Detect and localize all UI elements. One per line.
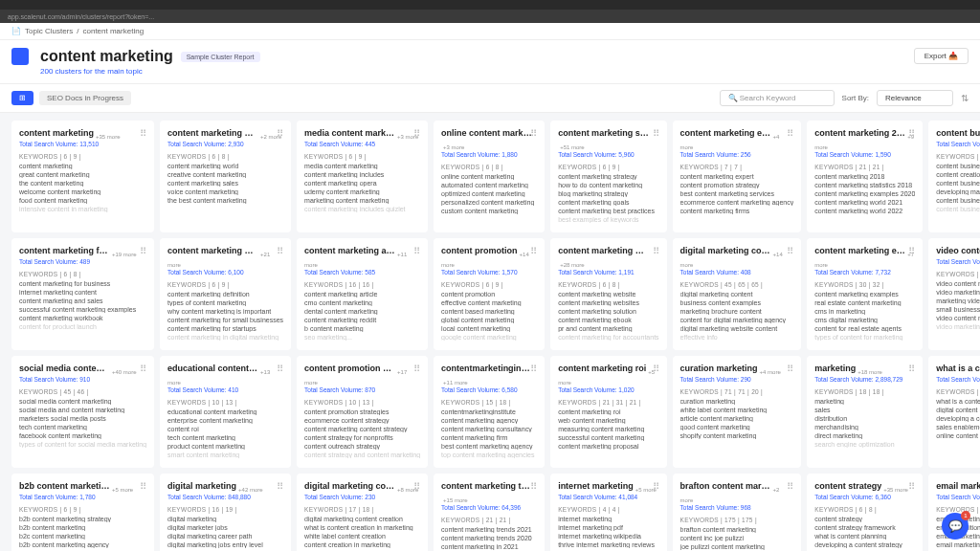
- card-menu-icon[interactable]: ⠿: [413, 128, 420, 139]
- card-menu-icon[interactable]: ⠿: [140, 128, 146, 139]
- cluster-card[interactable]: ⠿ educational content mar...+13 more Tot…: [160, 356, 291, 468]
- cluster-card[interactable]: ⠿ content marketing roi+5 more Total Sea…: [550, 356, 666, 468]
- search-input[interactable]: 🔍 Search Keyword: [720, 90, 835, 106]
- card-menu-icon[interactable]: ⠿: [908, 481, 915, 492]
- cluster-card[interactable]: ⠿ digital marketing+42 more Total Search…: [160, 474, 291, 551]
- cluster-card[interactable]: ⠿ content marketing expert+4 more Total …: [673, 121, 802, 232]
- cluster-card[interactable]: ⠿ content marketing defini...+21 more To…: [160, 238, 291, 350]
- card-menu-icon[interactable]: ⠿: [653, 364, 659, 374]
- card-menu-icon[interactable]: ⠿: [787, 246, 793, 256]
- cluster-card[interactable]: ⠿ contentmarketinginstitute+11 more Tota…: [434, 356, 545, 468]
- card-keywords-label: KEYWORDS | 16 | 19 |: [167, 506, 283, 513]
- card-menu-icon[interactable]: ⠿: [140, 481, 146, 492]
- card-menu-icon[interactable]: ⠿: [140, 364, 146, 374]
- card-title: what is a content market...: [936, 364, 980, 373]
- card-volume: Total Search Volume: 968: [680, 504, 794, 511]
- keyword-item: sales: [814, 407, 915, 413]
- keyword-item: content marketing roi: [558, 408, 658, 415]
- cluster-card[interactable]: ⠿ content strategy+35 more Total Search …: [807, 474, 923, 551]
- card-menu-icon[interactable]: ⠿: [653, 481, 659, 492]
- card-menu-icon[interactable]: ⠿: [530, 246, 537, 256]
- card-volume: Total Search Volume: 176,310: [936, 494, 980, 500]
- keyword-item-faded: search engine optimization: [814, 441, 915, 448]
- card-menu-icon[interactable]: ⠿: [277, 128, 283, 139]
- cluster-card[interactable]: ⠿ content marketing for bu...+19 more To…: [11, 238, 154, 350]
- card-title: media content marketing: [304, 128, 395, 138]
- cluster-card[interactable]: ⠿ what is a content market...+15 more To…: [928, 356, 980, 468]
- cluster-card[interactable]: ⠿ marketing+18 more Total Search Volume:…: [807, 356, 923, 468]
- card-menu-icon[interactable]: ⠿: [653, 246, 659, 256]
- keyword-item: internet marketing content: [19, 289, 146, 296]
- list-view-button[interactable]: SEO Docs in Progress: [39, 91, 131, 105]
- card-count: +40 more: [112, 369, 137, 375]
- sort-select[interactable]: Relevance: [877, 90, 953, 106]
- card-menu-icon[interactable]: ⠿: [530, 128, 537, 139]
- card-title: internet marketing: [558, 481, 634, 491]
- card-keywords-label: KEYWORDS | 6 | 9 |: [167, 281, 283, 288]
- card-menu-icon[interactable]: ⠿: [787, 364, 793, 374]
- cluster-card[interactable]: ⠿ content marketing exam...+7 more Total…: [807, 238, 923, 350]
- card-title: b2b content marketing s...: [19, 481, 110, 491]
- chat-widget[interactable]: 💬1: [942, 513, 969, 540]
- cluster-card[interactable]: ⠿ content business+2 more Total Search V…: [928, 121, 980, 232]
- cluster-card[interactable]: ⠿ social media content ma...+40 more Tot…: [11, 356, 154, 468]
- card-menu-icon[interactable]: ⠿: [277, 481, 283, 492]
- keyword-item: content business: [936, 163, 980, 169]
- cluster-card[interactable]: ⠿ content marketing strate...+51 more To…: [550, 121, 666, 232]
- keyword-item: udemy content marketing: [304, 188, 420, 195]
- breadcrumb-section[interactable]: Topic Clusters: [25, 27, 73, 35]
- keyword-item: content for real estate agents: [814, 325, 915, 332]
- card-menu-icon[interactable]: ⠿: [787, 128, 793, 139]
- cluster-card[interactable]: ⠿ internet marketing+5 more Total Search…: [550, 474, 666, 551]
- card-keywords-label: KEYWORDS | 6 | 9 |: [558, 164, 658, 170]
- keyword-item: what is content creation in marketing: [304, 524, 420, 531]
- keyword-item: digital marketing content: [680, 291, 794, 298]
- cluster-card[interactable]: ⠿ content marketing websi...+28 more Tot…: [550, 238, 666, 350]
- card-volume: Total Search Volume: 290: [680, 376, 794, 383]
- keyword-item-faded: content marketing in digital marketing: [167, 334, 283, 341]
- cluster-card[interactable]: ⠿ content marketing 2018+9 more Total Se…: [807, 121, 923, 232]
- card-menu-icon[interactable]: ⠿: [530, 364, 537, 374]
- cluster-card[interactable]: ⠿ content promotion strat...+17 more Tot…: [297, 356, 428, 468]
- page-title: content marketing: [40, 48, 173, 65]
- cluster-card[interactable]: ⠿ digital marketing conten...+8 more Tot…: [297, 474, 428, 551]
- cluster-card[interactable]: ⠿ content marketing article+11 more Tota…: [297, 238, 428, 350]
- cluster-card[interactable]: ⠿ online content marketing+3 more Total …: [434, 121, 545, 232]
- card-menu-icon[interactable]: ⠿: [277, 246, 283, 256]
- cluster-card[interactable]: ⠿ brafton content marketing+2 more Total…: [673, 474, 802, 551]
- cluster-card[interactable]: ⠿ digital marketing content+14 more Tota…: [673, 238, 802, 350]
- card-title: curation marketing: [680, 364, 758, 373]
- card-menu-icon[interactable]: ⠿: [413, 364, 420, 374]
- card-menu-icon[interactable]: ⠿: [140, 246, 146, 256]
- card-menu-icon[interactable]: ⠿: [653, 128, 659, 139]
- card-menu-icon[interactable]: ⠿: [908, 246, 915, 256]
- cluster-card[interactable]: ⠿ media content marketing+3 more Total S…: [297, 121, 428, 232]
- card-menu-icon[interactable]: ⠿: [787, 481, 793, 492]
- cluster-card[interactable]: ⠿ video content marketing+17 more Total …: [928, 238, 980, 350]
- card-volume: Total Search Volume: 445: [304, 141, 420, 147]
- export-button[interactable]: Export 📥: [914, 48, 969, 64]
- keyword-item: content marketing for startups: [167, 325, 283, 332]
- card-menu-icon[interactable]: ⠿: [413, 246, 420, 256]
- keyword-item: content marketing website: [558, 291, 658, 298]
- card-title: email marketing: [936, 481, 980, 491]
- cluster-card[interactable]: ⠿ content marketing trend...+15 more Tot…: [434, 474, 545, 551]
- cluster-card[interactable]: ⠿ content promotion+14 more Total Search…: [434, 238, 545, 350]
- sort-arrows[interactable]: ⇅: [961, 93, 969, 103]
- cluster-card[interactable]: ⠿ b2b content marketing s...+5 more Tota…: [11, 474, 154, 551]
- cluster-card[interactable]: ⠿ curation marketing+4 more Total Search…: [673, 356, 802, 468]
- card-menu-icon[interactable]: ⠿: [413, 481, 420, 492]
- grid-view-button[interactable]: ⊞: [11, 91, 33, 105]
- cluster-card[interactable]: ⠿ content marketing+35 more Total Search…: [11, 121, 154, 232]
- keyword-item: blog marketing strategy: [558, 190, 658, 197]
- card-title: content marketing expert: [680, 128, 771, 138]
- card-menu-icon[interactable]: ⠿: [530, 481, 537, 492]
- card-menu-icon[interactable]: ⠿: [277, 364, 283, 374]
- keyword-item: best content marketing agency: [441, 443, 537, 450]
- keyword-item: internet marketing pdf: [558, 524, 658, 531]
- card-menu-icon[interactable]: ⠿: [908, 128, 915, 139]
- app-logo[interactable]: [11, 48, 29, 65]
- card-menu-icon[interactable]: ⠿: [908, 364, 915, 374]
- keyword-item: content marketing: [19, 163, 146, 169]
- cluster-card[interactable]: ⠿ content marketing world+2 more Total S…: [160, 121, 291, 232]
